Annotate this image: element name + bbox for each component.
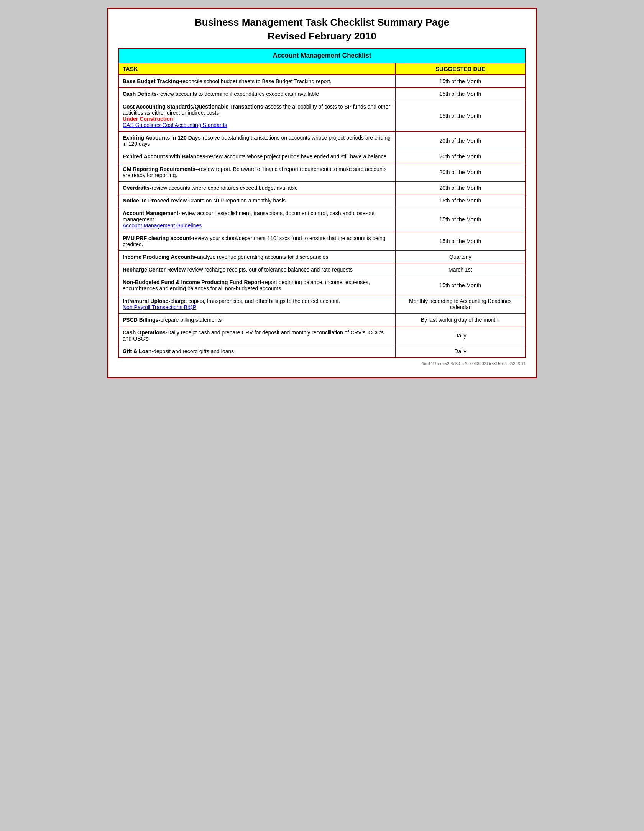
col1-header: TASK: [118, 63, 395, 75]
table-row: Income Producing Accounts-analyze revenu…: [118, 251, 526, 263]
task-cell: Expiring Accounts in 120 Days-resolve ou…: [118, 132, 395, 150]
due-cell: By last working day of the month.: [395, 314, 526, 326]
task-normal-text: prepare billing statements: [160, 317, 222, 323]
task-bold-text: Cash Deficits-: [123, 91, 158, 97]
task-bold-text: Intramural Upload-: [123, 298, 170, 304]
col2-header: SUGGESTED DUE: [395, 63, 526, 75]
task-normal-text: review accounts where expenditures excee…: [151, 185, 297, 191]
table-row: Cost Accounting Standards/Questionable T…: [118, 100, 526, 132]
due-cell: 15th of the Month: [395, 100, 526, 132]
task-bold-text: GM Reporting Requirements--: [123, 166, 199, 172]
task-bold-text: Account Management-: [123, 210, 180, 216]
due-cell: 20th of the Month: [395, 182, 526, 194]
task-link[interactable]: Account Management Guidelines: [123, 222, 202, 229]
table-row: Notice To Proceed-review Grants on NTP r…: [118, 194, 526, 207]
task-cell: Base Budget Tracking-reconcile school bu…: [118, 75, 395, 88]
task-cell: PMU PRF clearing account-review your sch…: [118, 232, 395, 251]
table-row: Intramural Upload-charge copies, transpa…: [118, 295, 526, 314]
task-cell: Account Management-review account establ…: [118, 207, 395, 232]
task-bold-text: Gift & Loan-: [123, 348, 153, 354]
task-cell: Gift & Loan-deposit and record gifts and…: [118, 345, 395, 358]
table-row: Base Budget Tracking-reconcile school bu…: [118, 75, 526, 88]
task-bold-text: Notice To Proceed-: [123, 197, 171, 204]
table-row: Cash Deficits-review accounts to determi…: [118, 88, 526, 100]
task-link[interactable]: Non Payroll Transactions B@P: [123, 304, 196, 310]
task-normal-text: review Grants on NTP report on a monthly…: [171, 197, 286, 204]
task-bold-text: PSCD Billings-: [123, 317, 160, 323]
task-cell: Non-Budgeted Fund & Income Producing Fun…: [118, 276, 395, 295]
table-row: Recharge Center Review-review recharge r…: [118, 263, 526, 276]
task-cell: Income Producing Accounts-analyze revenu…: [118, 251, 395, 263]
due-cell: 15th of the Month: [395, 88, 526, 100]
task-cell: Cost Accounting Standards/Questionable T…: [118, 100, 395, 132]
table-row: Account Management-review account establ…: [118, 207, 526, 232]
due-cell: 20th of the Month: [395, 150, 526, 163]
task-cell: Cash Deficits-review accounts to determi…: [118, 88, 395, 100]
task-bold-text: Non-Budgeted Fund & Income Producing Fun…: [123, 279, 263, 285]
due-cell: 15th of the Month: [395, 194, 526, 207]
due-cell: Daily: [395, 345, 526, 358]
task-bold-text: Expired Accounts with Balances-: [123, 153, 207, 160]
task-normal-text: charge copies, transparencies, and other…: [170, 298, 340, 304]
table-row: Expiring Accounts in 120 Days-resolve ou…: [118, 132, 526, 150]
page-container: Business Management Task Checklist Summa…: [107, 8, 537, 378]
table-row: PSCD Billings-prepare billing statements…: [118, 314, 526, 326]
table-row: Cash Operations-Daily receipt cash and p…: [118, 326, 526, 345]
column-header-row: TASK SUGGESTED DUE: [118, 63, 526, 75]
due-cell: 15th of the Month: [395, 276, 526, 295]
task-normal-text: review accounts to determine if expendit…: [158, 91, 319, 97]
table-row: Non-Budgeted Fund & Income Producing Fun…: [118, 276, 526, 295]
task-cell: GM Reporting Requirements--review report…: [118, 163, 395, 182]
task-bold-text: Base Budget Tracking-: [123, 78, 181, 84]
task-normal-text: review recharge receipts, out-of-toleran…: [187, 267, 353, 273]
task-normal-text: deposit and record gifts and loans: [153, 348, 234, 354]
task-normal-text: analyze revenue generating accounts for …: [197, 254, 328, 260]
section-header-cell: Account Management Checklist: [118, 48, 526, 63]
task-cell: Recharge Center Review-review recharge r…: [118, 263, 395, 276]
task-cell: PSCD Billings-prepare billing statements: [118, 314, 395, 326]
due-cell: March 1st: [395, 263, 526, 276]
table-row: GM Reporting Requirements--review report…: [118, 163, 526, 182]
task-bold-text: Income Producing Accounts-: [123, 254, 197, 260]
task-bold-text: Cost Accounting Standards/Questionable T…: [123, 104, 265, 110]
table-row: Overdrafts-review accounts where expendi…: [118, 182, 526, 194]
task-bold-text: Recharge Center Review-: [123, 267, 187, 273]
task-cell: Notice To Proceed-review Grants on NTP r…: [118, 194, 395, 207]
checklist-table: Account Management Checklist TASK SUGGES…: [118, 48, 526, 358]
page-title: Business Management Task Checklist Summa…: [118, 16, 526, 28]
due-cell: Daily: [395, 326, 526, 345]
task-normal-text: review accounts whose project periods ha…: [207, 153, 386, 160]
due-cell: 15th of the Month: [395, 232, 526, 251]
table-row: Gift & Loan-deposit and record gifts and…: [118, 345, 526, 358]
page-subtitle: Revised February 2010: [118, 30, 526, 42]
task-cell: Cash Operations-Daily receipt cash and p…: [118, 326, 395, 345]
task-normal-text: reconcile school budget sheets to Base B…: [181, 78, 332, 84]
footer: 4ec11f1c-ec52-4e50-b70e-0130021b7815.xls…: [118, 361, 526, 366]
task-bold-text: Expiring Accounts in 120 Days-: [123, 135, 203, 141]
due-cell: Quarterly: [395, 251, 526, 263]
due-cell: Monthly according to Accounting Deadline…: [395, 295, 526, 314]
due-cell: 20th of the Month: [395, 163, 526, 182]
task-bold-text: Cash Operations-: [123, 329, 168, 336]
due-cell: 20th of the Month: [395, 132, 526, 150]
section-header-row: Account Management Checklist: [118, 48, 526, 63]
table-row: PMU PRF clearing account-review your sch…: [118, 232, 526, 251]
due-cell: 15th of the Month: [395, 207, 526, 232]
task-cell: Expired Accounts with Balances-review ac…: [118, 150, 395, 163]
task-cell: Intramural Upload-charge copies, transpa…: [118, 295, 395, 314]
table-row: Expired Accounts with Balances-review ac…: [118, 150, 526, 163]
task-cell: Overdrafts-review accounts where expendi…: [118, 182, 395, 194]
task-link[interactable]: Under Construction: [123, 116, 173, 122]
task-bold-text: Overdrafts-: [123, 185, 151, 191]
task-bold-text: PMU PRF clearing account-: [123, 235, 193, 241]
due-cell: 15th of the Month: [395, 75, 526, 88]
task-link2[interactable]: CAS Guidelines-Cost Accounting Standards: [123, 122, 227, 128]
